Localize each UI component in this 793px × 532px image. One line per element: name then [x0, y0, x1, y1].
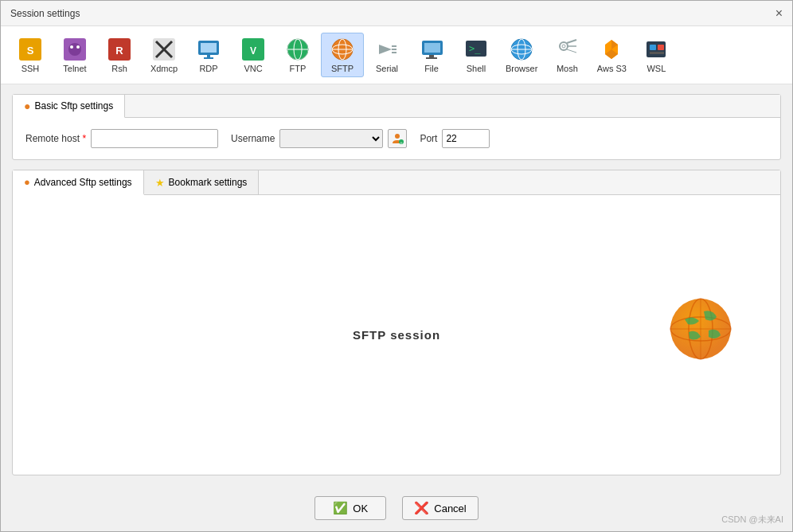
- remote-host-input[interactable]: [91, 129, 218, 148]
- protocol-file[interactable]: File: [410, 33, 453, 76]
- browser-icon: [509, 37, 534, 62]
- bookmark-tab-dot: ★: [155, 177, 165, 189]
- protocol-serial[interactable]: Serial: [365, 33, 408, 76]
- port-input[interactable]: [442, 129, 490, 148]
- svg-line-43: [567, 49, 576, 53]
- ok-icon: ✅: [333, 501, 348, 515]
- ok-button[interactable]: ✅ OK: [314, 496, 386, 520]
- user-icon-button[interactable]: +: [388, 129, 407, 148]
- protocol-awss3[interactable]: Aws S3: [590, 33, 633, 76]
- sftp-session-label: SFTP session: [353, 328, 440, 342]
- svg-rect-14: [204, 57, 213, 59]
- svg-point-39: [560, 42, 568, 50]
- serial-label: Serial: [376, 64, 398, 73]
- telnet-icon: [62, 37, 88, 62]
- sftp-icon: [330, 37, 355, 62]
- basic-settings-content: Remote host * Username + Port: [13, 118, 780, 159]
- svg-line-41: [567, 40, 576, 43]
- svg-rect-30: [424, 43, 440, 53]
- svg-rect-32: [426, 57, 437, 59]
- username-group: Username +: [231, 129, 407, 148]
- cancel-label: Cancel: [434, 503, 466, 514]
- advanced-tab-label: Advanced Sftp settings: [34, 177, 132, 188]
- remote-host-group: Remote host *: [25, 129, 218, 148]
- svg-point-3: [68, 43, 81, 56]
- protocol-rsh[interactable]: R Rsh: [98, 33, 141, 76]
- protocol-browser[interactable]: Browser: [499, 33, 544, 76]
- protocol-ssh[interactable]: S SSH: [9, 33, 52, 76]
- svg-rect-31: [429, 55, 434, 57]
- file-label: File: [424, 64, 439, 73]
- sftp-globe-illustration: [669, 297, 732, 361]
- bookmark-tab-label: Bookmark settings: [169, 177, 248, 188]
- sftp-label: SFTP: [331, 64, 354, 73]
- advanced-tab-dot: ●: [24, 176, 30, 188]
- svg-rect-48: [650, 45, 656, 50]
- ok-label: OK: [353, 503, 368, 514]
- cancel-icon: ❌: [414, 501, 429, 515]
- telnet-label: Telnet: [63, 64, 86, 73]
- svg-text:V: V: [250, 45, 256, 57]
- rdp-label: RDP: [199, 64, 217, 73]
- vnc-label: VNC: [244, 64, 262, 73]
- protocol-wsl[interactable]: WSL: [635, 33, 678, 76]
- ftp-label: FTP: [290, 64, 307, 73]
- protocol-vnc[interactable]: V VNC: [232, 33, 275, 76]
- svg-marker-25: [379, 45, 392, 54]
- svg-point-4: [70, 45, 73, 49]
- rsh-label: Rsh: [111, 64, 127, 73]
- wsl-icon: [643, 37, 669, 62]
- protocol-shell[interactable]: >_ Shell: [455, 33, 498, 76]
- svg-point-5: [76, 45, 80, 49]
- protocol-rdp[interactable]: RDP: [187, 33, 230, 76]
- port-group: Port: [420, 129, 490, 148]
- basic-settings-section: ● Basic Sftp settings Remote host * User…: [12, 94, 781, 160]
- protocol-ftp[interactable]: FTP: [276, 33, 319, 76]
- ftp-icon: [285, 37, 311, 62]
- basic-sftp-tab[interactable]: ● Basic Sftp settings: [13, 95, 125, 118]
- mosh-label: Mosh: [557, 64, 578, 73]
- advanced-settings-section: ● Advanced Sftp settings ★ Bookmark sett…: [12, 170, 781, 475]
- watermark: CSDN @未来AI: [721, 514, 783, 526]
- rsh-icon: R: [107, 37, 132, 62]
- protocol-telnet[interactable]: Telnet: [53, 33, 96, 76]
- svg-text:S: S: [27, 45, 34, 57]
- svg-rect-12: [201, 43, 217, 53]
- protocol-sftp[interactable]: SFTP: [321, 33, 364, 77]
- svg-rect-50: [650, 52, 664, 54]
- advanced-content-area: SFTP session: [13, 195, 780, 475]
- bookmark-settings-tab[interactable]: ★ Bookmark settings: [144, 170, 260, 194]
- svg-rect-13: [207, 55, 210, 57]
- title-bar: Session settings ×: [1, 1, 792, 26]
- ssh-icon: S: [18, 37, 43, 62]
- vnc-icon: V: [240, 37, 266, 62]
- svg-point-51: [395, 134, 400, 139]
- advanced-sftp-tab[interactable]: ● Advanced Sftp settings: [13, 170, 144, 195]
- serial-icon: [374, 37, 400, 62]
- window-title: Session settings: [10, 8, 80, 19]
- mosh-icon: [554, 37, 580, 62]
- svg-rect-49: [658, 45, 664, 50]
- basic-tab-dot: ●: [24, 100, 30, 112]
- protocol-xdmcp[interactable]: Xdmcp: [143, 33, 186, 76]
- shell-label: Shell: [467, 64, 486, 73]
- protocol-mosh[interactable]: Mosh: [545, 33, 588, 76]
- svg-text:R: R: [115, 45, 123, 57]
- ssh-label: SSH: [21, 64, 40, 73]
- wsl-label: WSL: [647, 64, 666, 73]
- basic-tab-label: Basic Sftp settings: [34, 100, 113, 111]
- close-button[interactable]: ×: [775, 7, 783, 20]
- cancel-button[interactable]: ❌ Cancel: [402, 496, 478, 520]
- content-area: ● Basic Sftp settings Remote host * User…: [1, 84, 792, 485]
- awss3-icon: [599, 37, 624, 62]
- rdp-icon: [196, 37, 221, 62]
- svg-text:>_: >_: [469, 43, 481, 54]
- required-marker: *: [82, 133, 86, 144]
- protocol-bar: S SSH Telnet R Rsh Xdmcp: [1, 26, 792, 84]
- username-select[interactable]: [279, 129, 383, 148]
- session-settings-window: Session settings × S SSH Telnet R Rsh: [0, 0, 793, 532]
- port-label: Port: [420, 133, 437, 144]
- svg-text:+: +: [400, 140, 404, 145]
- remote-host-label: Remote host *: [25, 133, 86, 144]
- username-label: Username: [231, 133, 275, 144]
